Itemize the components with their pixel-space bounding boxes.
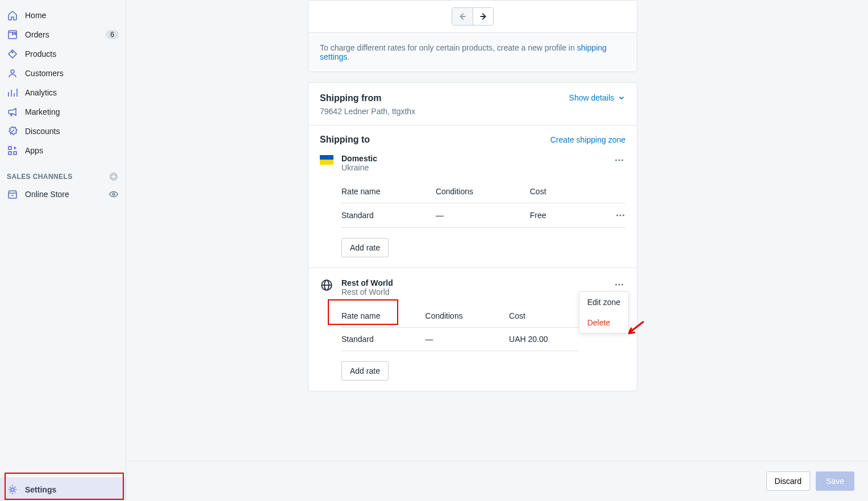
section-label: SALES CHANNELS — [7, 173, 73, 181]
shipping-to-title: Shipping to — [320, 135, 370, 145]
sidebar-item-settings[interactable]: Settings — [0, 478, 126, 501]
note-text: To charge different rates for only certa… — [320, 43, 577, 52]
prev-page-button[interactable] — [452, 8, 473, 25]
dots-icon — [614, 279, 624, 290]
nav-label: Discounts — [25, 127, 60, 136]
svg-point-7 — [112, 193, 115, 195]
nav-label: Apps — [25, 146, 43, 155]
products-pager-card: To charge different rates for only certa… — [308, 0, 637, 72]
rate-cond: — — [425, 335, 510, 344]
rate-cost: Free — [530, 211, 608, 220]
svg-rect-3 — [9, 147, 11, 149]
customers-icon — [7, 68, 18, 79]
next-page-button[interactable] — [473, 8, 493, 25]
orders-badge: 6 — [106, 30, 119, 39]
nav-label: Products — [25, 49, 56, 59]
sidebar-item-analytics[interactable]: Analytics — [0, 83, 126, 102]
apps-icon — [7, 145, 18, 156]
svg-point-8 — [11, 488, 14, 491]
sidebar-item-apps[interactable]: Apps — [0, 141, 126, 160]
delete-zone-item[interactable]: Delete — [579, 312, 628, 333]
sidebar-item-marketing[interactable]: Marketing — [0, 102, 126, 122]
zone-title: Rest of World — [341, 278, 393, 287]
col-conditions: Conditions — [436, 187, 530, 196]
zone-rest-of-world: Rest of World Rest of World Edit zone De… — [308, 268, 637, 391]
svg-point-13 — [619, 214, 621, 216]
svg-rect-5 — [14, 152, 16, 155]
orders-icon — [7, 29, 18, 40]
sidebar-item-discounts[interactable]: Discounts — [0, 122, 126, 141]
pagination — [308, 1, 637, 32]
zone-menu-button[interactable] — [613, 278, 625, 291]
profile-note: To charge different rates for only certa… — [308, 32, 637, 72]
discount-icon — [7, 126, 18, 137]
nav-label: Online Store — [25, 190, 69, 199]
show-details-label: Show details — [569, 93, 614, 102]
globe-icon — [320, 278, 333, 292]
add-rate-button[interactable]: Add rate — [341, 361, 389, 381]
show-details-toggle[interactable]: Show details — [569, 93, 625, 102]
edit-zone-item[interactable]: Edit zone — [579, 292, 628, 312]
rate-row: Standard — Free — [341, 203, 625, 228]
shipping-from-title: Shipping from — [320, 93, 415, 103]
megaphone-icon — [7, 106, 18, 118]
plus-circle-icon[interactable] — [108, 172, 119, 182]
analytics-icon — [7, 87, 18, 98]
nav-label: Marketing — [25, 107, 60, 116]
add-rate-button[interactable]: Add rate — [341, 238, 389, 257]
svg-point-19 — [621, 283, 623, 285]
svg-point-9 — [615, 159, 617, 161]
gear-icon — [7, 484, 18, 495]
nav-label: Customers — [25, 69, 64, 78]
zone-title: Domestic — [341, 154, 377, 163]
rate-cond: — — [436, 211, 530, 220]
chevron-down-icon — [617, 94, 625, 102]
zone-menu-button[interactable] — [613, 154, 625, 166]
sidebar-item-online-store[interactable]: Online Store — [0, 185, 126, 203]
rate-menu-button[interactable] — [615, 210, 625, 220]
rate-table: Rate name Conditions Cost Standard — Fre… — [341, 180, 625, 228]
save-button[interactable]: Save — [816, 471, 854, 491]
sidebar-item-customers[interactable]: Customers — [0, 64, 126, 83]
sidebar-item-orders[interactable]: Orders 6 — [0, 25, 126, 44]
shipping-from-section: Shipping from 79642 Ledner Path, ttgxthx… — [308, 83, 637, 125]
rate-name: Standard — [341, 211, 436, 220]
sidebar-item-products[interactable]: Products — [0, 44, 126, 64]
discard-button[interactable]: Discard — [766, 471, 810, 491]
col-rate-name: Rate name — [341, 187, 436, 196]
svg-point-17 — [615, 283, 617, 285]
create-shipping-zone-link[interactable]: Create shipping zone — [550, 135, 625, 144]
tag-icon — [7, 48, 18, 60]
shipping-to-header: Shipping to Create shipping zone — [308, 125, 637, 154]
sales-channels-header: SALES CHANNELS — [0, 160, 126, 185]
home-icon — [7, 10, 18, 21]
save-bar: Discard Save — [126, 461, 868, 501]
svg-point-10 — [618, 159, 620, 161]
zone-action-popover: Edit zone Delete — [579, 291, 629, 333]
zone-domestic: Domestic Ukraine Rate name Conditions Co… — [308, 154, 637, 268]
sidebar-item-home[interactable]: Home — [0, 6, 126, 25]
eye-icon[interactable] — [108, 189, 119, 199]
zone-subtitle: Ukraine — [341, 163, 377, 172]
rate-row: Standard — UAH 20.00 — [341, 328, 579, 351]
svg-rect-4 — [9, 152, 11, 155]
rate-table: Rate name Conditions Cost Standard — UAH… — [341, 304, 579, 351]
nav-label: Analytics — [25, 88, 57, 97]
svg-point-2 — [11, 70, 14, 73]
svg-point-11 — [621, 159, 623, 161]
col-cost: Cost — [530, 187, 608, 196]
shipping-from-address: 79642 Ledner Path, ttgxthx — [320, 107, 415, 116]
note-suffix: . — [347, 52, 349, 61]
main-content: To charge different rates for only certa… — [126, 0, 868, 501]
ukraine-flag-icon — [320, 155, 333, 165]
shipping-card: Shipping from 79642 Ledner Path, ttgxthx… — [308, 82, 637, 391]
rate-name: Standard — [341, 335, 425, 344]
svg-point-18 — [618, 283, 620, 285]
col-rate-name: Rate name — [341, 311, 425, 320]
dots-icon — [614, 155, 624, 165]
nav-label: Orders — [25, 30, 49, 39]
col-cost: Cost — [509, 311, 579, 320]
sidebar: Home Orders 6 Products Customers Analyti… — [0, 0, 126, 501]
nav-label: Settings — [25, 485, 56, 494]
rate-cost: UAH 20.00 — [509, 335, 579, 344]
